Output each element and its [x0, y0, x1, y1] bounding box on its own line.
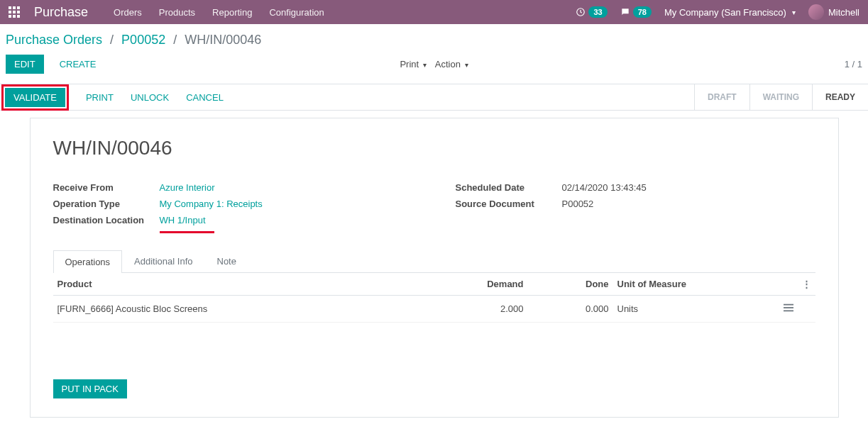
- top-nav: Orders Products Reporting Configuration: [114, 7, 324, 18]
- tabs: Operations Additional Info Note: [53, 250, 815, 273]
- scheduled-date-value: 02/14/2020 13:43:45: [562, 182, 647, 193]
- form-sheet: WH/IN/00046 Receive From Azure Interior …: [30, 118, 839, 418]
- action-dropdown[interactable]: Action ▾: [435, 59, 468, 69]
- scheduled-date-label: Scheduled Date: [456, 182, 562, 193]
- svg-rect-11: [784, 307, 793, 308]
- validate-highlight: VALIDATE: [1, 84, 69, 111]
- activity-count: 33: [588, 6, 607, 18]
- control-center: Print ▾ Action ▾: [400, 59, 468, 69]
- col-demand: Demand: [443, 273, 528, 296]
- receive-from-value[interactable]: Azure Interior: [160, 182, 215, 193]
- svg-rect-10: [784, 304, 793, 306]
- breadcrumb-root[interactable]: Purchase Orders: [6, 33, 102, 47]
- operation-type-label: Operation Type: [53, 199, 160, 209]
- user-name: Mitchell: [828, 7, 859, 18]
- svg-rect-12: [784, 311, 793, 312]
- list-icon[interactable]: [784, 303, 793, 313]
- statusbar-buttons: VALIDATE PRINT UNLOCK CANCEL: [0, 84, 224, 110]
- chevron-down-icon: ▾: [465, 61, 468, 69]
- receive-from-label: Receive From: [53, 182, 160, 193]
- destination-location-value[interactable]: WH 1/Input: [160, 215, 206, 225]
- col-kebab[interactable]: ⋮: [798, 273, 815, 296]
- nav-products[interactable]: Products: [159, 7, 195, 18]
- source-document-value: P00052: [562, 199, 594, 209]
- nav-reporting[interactable]: Reporting: [212, 7, 252, 18]
- clock-icon: [576, 7, 586, 17]
- tab-note[interactable]: Note: [205, 250, 248, 272]
- svg-rect-7: [13, 15, 16, 18]
- table-row[interactable]: [FURN_6666] Acoustic Bloc Screens 2.000 …: [53, 296, 815, 323]
- activity-indicator[interactable]: 33: [576, 6, 607, 18]
- col-product: Product: [53, 273, 443, 296]
- form-grid: Receive From Azure Interior Operation Ty…: [53, 179, 815, 228]
- control-bar: EDIT CREATE Print ▾ Action ▾ 1 / 1: [0, 48, 868, 84]
- stage-draft[interactable]: DRAFT: [694, 84, 749, 110]
- print-dropdown[interactable]: Print ▾: [400, 59, 426, 69]
- form-col-left: Receive From Azure Interior Operation Ty…: [53, 179, 413, 228]
- chat-count: 78: [633, 6, 652, 18]
- cell-demand: 2.000: [443, 296, 528, 323]
- breadcrumb-sep: /: [106, 33, 118, 47]
- svg-rect-8: [17, 15, 20, 18]
- svg-rect-6: [9, 15, 11, 18]
- cell-uom: Units: [613, 296, 755, 323]
- breadcrumb-po[interactable]: P00052: [121, 33, 165, 47]
- nav-orders[interactable]: Orders: [114, 7, 142, 18]
- operation-type-value[interactable]: My Company 1: Receipts: [160, 199, 263, 209]
- top-bar: Purchase Orders Products Reporting Confi…: [0, 0, 868, 24]
- edit-button[interactable]: EDIT: [6, 55, 44, 74]
- svg-rect-2: [17, 6, 20, 9]
- user-menu[interactable]: Mitchell: [808, 4, 859, 20]
- record-title: WH/IN/00046: [53, 137, 815, 160]
- svg-rect-4: [13, 11, 16, 13]
- cell-product: [FURN_6666] Acoustic Bloc Screens: [53, 296, 443, 323]
- chevron-down-icon: ▾: [792, 9, 796, 16]
- chat-icon: [620, 7, 630, 17]
- unlock-button[interactable]: UNLOCK: [131, 92, 169, 103]
- discuss-indicator[interactable]: 78: [620, 6, 652, 18]
- nav-configuration[interactable]: Configuration: [269, 7, 324, 18]
- svg-rect-0: [9, 6, 11, 9]
- chevron-down-icon: ▾: [423, 61, 427, 69]
- validate-button[interactable]: VALIDATE: [5, 88, 65, 107]
- operations-table: Product Demand Done Unit of Measure ⋮ [F…: [53, 273, 815, 323]
- avatar: [808, 4, 824, 20]
- put-in-pack-button[interactable]: PUT IN PACK: [53, 379, 127, 398]
- status-stages: DRAFT WAITING READY: [694, 84, 868, 110]
- tab-additional-info[interactable]: Additional Info: [122, 250, 204, 272]
- company-name: My Company (San Francisco): [664, 7, 786, 18]
- svg-rect-3: [9, 11, 11, 13]
- cell-done: 0.000: [528, 296, 613, 323]
- stage-ready[interactable]: READY: [812, 84, 868, 110]
- form-col-right: Scheduled Date 02/14/2020 13:43:45 Sourc…: [456, 179, 815, 228]
- svg-rect-1: [13, 6, 16, 9]
- breadcrumb-current: WH/IN/00046: [185, 33, 261, 47]
- company-switcher[interactable]: My Company (San Francisco) ▾: [664, 7, 796, 18]
- source-document-label: Source Document: [456, 199, 562, 209]
- svg-rect-5: [17, 11, 20, 13]
- apps-icon[interactable]: [9, 6, 20, 18]
- stage-waiting[interactable]: WAITING: [749, 84, 812, 110]
- col-done: Done: [528, 273, 613, 296]
- breadcrumb-sep: /: [169, 33, 181, 47]
- breadcrumb: Purchase Orders / P00052 / WH/IN/00046: [0, 24, 868, 48]
- tab-operations[interactable]: Operations: [53, 250, 123, 273]
- status-bar: VALIDATE PRINT UNLOCK CANCEL DRAFT WAITI…: [0, 84, 868, 111]
- cancel-button[interactable]: CANCEL: [186, 92, 224, 103]
- pager[interactable]: 1 / 1: [845, 59, 862, 69]
- print-button[interactable]: PRINT: [86, 92, 114, 103]
- app-title[interactable]: Purchase: [34, 5, 88, 20]
- topbar-right: 33 78 My Company (San Francisco) ▾ Mitch…: [576, 4, 859, 20]
- create-button[interactable]: CREATE: [53, 55, 104, 73]
- col-uom: Unit of Measure: [613, 273, 755, 296]
- destination-location-label: Destination Location: [53, 215, 160, 225]
